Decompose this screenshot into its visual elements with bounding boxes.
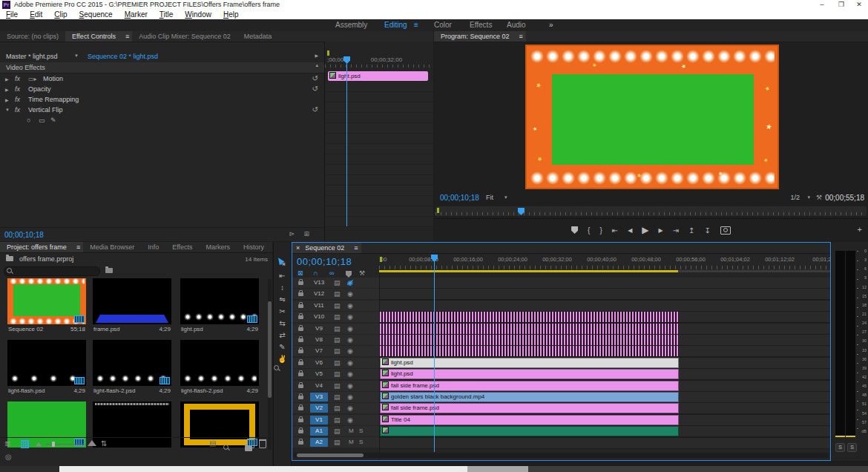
audio-track-header[interactable]: A1 ▤ M S bbox=[292, 426, 379, 436]
track-lock-icon[interactable] bbox=[298, 304, 303, 308]
track-lock-icon[interactable] bbox=[298, 327, 303, 331]
solo-left-button[interactable]: S bbox=[835, 443, 845, 452]
clip-light-flash-v10[interactable] bbox=[380, 312, 679, 322]
project-scrollbar[interactable] bbox=[268, 279, 272, 450]
tab-history[interactable]: History bbox=[237, 242, 271, 252]
section-collapse-icon[interactable]: ▴ bbox=[315, 62, 318, 68]
program-timecode[interactable]: 00;00;10;18 bbox=[440, 194, 479, 202]
track-output-eye-icon[interactable]: ◉ bbox=[347, 392, 353, 402]
mark-in-button[interactable]: { bbox=[588, 226, 590, 235]
tab-effects[interactable]: Effects bbox=[165, 242, 199, 252]
video-track-header[interactable]: V13 ▤ ◉ bbox=[292, 278, 379, 288]
menu-item[interactable]: Sequence bbox=[73, 10, 119, 19]
video-track-header[interactable]: V6 ▤ ◉ bbox=[292, 358, 379, 368]
reset-icon[interactable]: ↺ bbox=[312, 85, 318, 93]
program-scrubber[interactable] bbox=[435, 206, 867, 216]
mini-playhead-head[interactable] bbox=[343, 56, 350, 64]
work-area-bar[interactable] bbox=[379, 270, 678, 272]
ec-effect-vertical-flip[interactable]: ▼ fx Vertical Flip ↺ bbox=[0, 105, 324, 116]
slip-tool[interactable]: ⇆ bbox=[274, 318, 291, 330]
track-output-eye-icon[interactable]: ◉ bbox=[347, 312, 353, 322]
list-view-button[interactable]: ≣ bbox=[4, 439, 10, 448]
sync-lock-icon[interactable]: ▤ bbox=[334, 403, 341, 413]
fx-icon[interactable]: fx bbox=[15, 75, 20, 82]
track-label[interactable]: V7 bbox=[310, 347, 328, 355]
sync-lock-icon[interactable]: ▤ bbox=[334, 437, 341, 448]
workspace-menu-icon[interactable]: ≡ bbox=[414, 19, 418, 31]
search-in-bin-icon[interactable] bbox=[105, 268, 113, 273]
close-button[interactable]: ✕ bbox=[852, 0, 867, 10]
track-label[interactable]: V5 bbox=[310, 370, 328, 378]
sync-lock-icon[interactable]: ▤ bbox=[334, 392, 341, 402]
item-name[interactable]: Sequence 02 bbox=[8, 326, 43, 332]
workspace-overflow-icon[interactable]: » bbox=[549, 19, 553, 31]
track-label[interactable]: V4 bbox=[310, 381, 328, 390]
go-to-out-button[interactable]: ⇥ bbox=[673, 226, 679, 235]
selection-tool[interactable] bbox=[274, 246, 291, 258]
clip-light-flash-v7[interactable] bbox=[380, 346, 679, 356]
sync-lock-icon[interactable]: ▤ bbox=[334, 346, 341, 356]
ellipse-mask-icon[interactable]: ○ bbox=[27, 117, 30, 124]
clip-light-psd-v5[interactable]: light.psd bbox=[380, 369, 679, 379]
workspace-tab-audio[interactable]: Audio bbox=[507, 19, 526, 31]
pen-tool[interactable]: ✎ bbox=[274, 341, 291, 353]
tab-markers[interactable]: Markers bbox=[200, 242, 237, 252]
track-lock-icon[interactable] bbox=[298, 350, 303, 353]
panel-menu-icon[interactable]: ≡ bbox=[351, 243, 361, 253]
zoom-in-thumbnails-icon[interactable] bbox=[88, 440, 96, 446]
workspace-tab-effects[interactable]: Effects bbox=[470, 19, 492, 31]
ec-clip-tab[interactable]: Sequence 02 * light.psd bbox=[88, 53, 158, 60]
fit-dropdown-icon[interactable]: ▾ bbox=[504, 194, 507, 200]
timeline-ruler[interactable]: ;00;0000;00;08;0000;00;16;0000;00;24;000… bbox=[379, 255, 830, 269]
clip-fall-side-frame-v4[interactable]: fall side frame.psd bbox=[380, 381, 679, 391]
track-output-eye-icon[interactable]: ◉ bbox=[347, 403, 353, 413]
panel-menu-icon[interactable]: ≡ bbox=[122, 31, 132, 42]
go-to-in-button[interactable]: ⇤ bbox=[612, 226, 618, 235]
playback-resolution-select[interactable]: 1/2 bbox=[790, 194, 800, 201]
track-lock-icon[interactable] bbox=[298, 292, 303, 296]
sync-lock-icon[interactable]: ▤ bbox=[334, 381, 341, 391]
workspace-tab-assembly[interactable]: Assembly bbox=[335, 19, 367, 31]
reset-icon[interactable]: ↺ bbox=[312, 74, 318, 82]
video-track-header[interactable]: V7 ▤ ◉ bbox=[292, 346, 379, 356]
rect-mask-icon[interactable]: ▭ bbox=[39, 117, 45, 124]
add-marker-button[interactable] bbox=[571, 226, 578, 234]
track-lock-icon[interactable] bbox=[298, 315, 303, 319]
solo-right-button[interactable]: S bbox=[847, 443, 857, 452]
tab-program[interactable]: Program: Sequence 02 bbox=[434, 31, 516, 42]
track-label[interactable]: V9 bbox=[310, 324, 328, 333]
play-only-audio-icon[interactable]: ⊳ bbox=[289, 230, 295, 237]
ec-effect-motion[interactable]: ▶ fx ▭▸ Motion ↺ bbox=[0, 74, 324, 85]
add-transport-button[interactable]: + bbox=[858, 225, 862, 234]
sync-lock-icon[interactable]: ▤ bbox=[334, 358, 341, 368]
zoom-fit-select[interactable]: Fit bbox=[486, 194, 493, 201]
track-label[interactable]: V3 bbox=[310, 393, 328, 401]
timeline-playhead-line[interactable] bbox=[434, 255, 435, 452]
item-name[interactable]: frame.psd bbox=[93, 326, 120, 332]
video-track-header[interactable]: V12 ▤ ◉ bbox=[292, 289, 379, 299]
sync-lock-icon[interactable]: ▤ bbox=[334, 335, 341, 345]
ec-effect-time-remapping[interactable]: ▶ fx Time Remapping bbox=[0, 95, 324, 105]
menu-item[interactable]: Window bbox=[179, 10, 217, 19]
tab-metadata[interactable]: Metadata bbox=[237, 31, 279, 42]
track-label[interactable]: A2 bbox=[310, 438, 328, 447]
ec-mini-timeline[interactable]: ;00;00 00;00;32;00 light.psd bbox=[324, 42, 433, 241]
ripple-edit-tool[interactable]: ⇤ bbox=[274, 270, 291, 282]
lift-button[interactable]: ↥ bbox=[688, 226, 694, 235]
close-tab-icon[interactable]: × bbox=[292, 243, 303, 253]
track-output-eye-icon[interactable]: ◉ bbox=[347, 369, 353, 379]
rolling-edit-tool[interactable]: ↕ bbox=[274, 282, 291, 294]
menu-item[interactable]: Marker bbox=[119, 10, 154, 19]
sync-lock-icon[interactable]: ▤ bbox=[334, 415, 341, 425]
track-label[interactable]: V11 bbox=[310, 301, 328, 310]
minimize-button[interactable]: – bbox=[815, 0, 829, 10]
clip-light-flash-v8[interactable] bbox=[380, 335, 679, 345]
reset-icon[interactable]: ↺ bbox=[312, 105, 318, 114]
menu-item[interactable]: Help bbox=[217, 10, 245, 19]
project-item-light-psd[interactable]: light.psd 4;29 bbox=[180, 278, 259, 324]
video-track-header[interactable]: V9 ▤ ◉ bbox=[292, 324, 379, 334]
track-label[interactable]: V10 bbox=[310, 312, 328, 321]
track-label[interactable]: V1 bbox=[310, 416, 328, 425]
sync-lock-icon[interactable]: ▤ bbox=[334, 289, 341, 299]
track-label[interactable]: V12 bbox=[310, 289, 328, 298]
